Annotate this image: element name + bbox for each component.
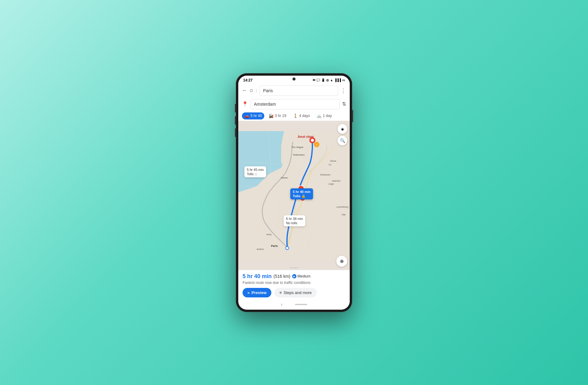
steps-and-more-button[interactable]: ≡ Steps and more	[274, 288, 316, 297]
volume-up-button	[235, 104, 236, 112]
walk-icon: 🚶	[293, 114, 298, 118]
bike-icon: 🚲	[317, 114, 322, 118]
search-button[interactable]: 🔍	[337, 136, 347, 145]
svg-point-16	[286, 247, 289, 250]
origin-dot-icon	[250, 89, 253, 92]
nav-to-row: 📍 ⇅	[238, 98, 350, 111]
svg-text:Amst rdam: Amst rdam	[298, 135, 314, 138]
svg-text:Saa: Saa	[342, 213, 346, 216]
bottom-nav: ‹	[238, 300, 350, 310]
traffic-indicator: ▶	[292, 274, 296, 278]
svg-text:Luxembourg: Luxembourg	[336, 206, 348, 208]
message-icon: ✉	[313, 78, 315, 82]
location-icon: ◎	[326, 78, 329, 82]
volume-down-button	[235, 116, 236, 125]
action-buttons: » Preview ≡ Steps and more	[243, 288, 345, 297]
train-icon: 🚂	[269, 114, 273, 118]
map-handle	[289, 267, 299, 268]
svg-text:Düsse: Düsse	[330, 160, 336, 162]
location-crosshair-icon: ⊕	[340, 259, 344, 264]
signal-icon: ▐▐▐	[334, 78, 341, 82]
route-total-time: 5 hr 40 min	[243, 273, 272, 280]
destination-pin-icon: 📍	[242, 101, 248, 107]
to-input[interactable]	[251, 99, 340, 109]
steps-icon: ≡	[279, 290, 282, 295]
walk-time: 4 days	[299, 114, 310, 118]
route-summary: 5 hr 40 min (516 km) ▶ Medium	[243, 273, 345, 280]
svg-text:!: !	[316, 143, 317, 146]
svg-text:Arras: Arras	[266, 233, 272, 236]
silent-button	[235, 128, 236, 137]
map-controls: ◈ 🔍	[337, 124, 347, 145]
svg-text:●Aachen: ●Aachen	[332, 180, 341, 182]
car-icon: 🚗	[244, 114, 249, 118]
alt-route-bubble-2[interactable]: 6 hr 38 min No tolls	[284, 215, 305, 227]
phone-frame: 14:27 ✉ 💬 📱 ◎ ▲ ▐▐▐ ▭ ← ⋮ 📍	[236, 73, 352, 312]
tab-bike[interactable]: 🚲 1 day	[314, 112, 334, 119]
phone-screen: 14:27 ✉ 💬 📱 ◎ ▲ ▐▐▐ ▭ ← ⋮ 📍	[238, 76, 350, 310]
preview-label: Preview	[251, 290, 266, 295]
route-note: Fastest route now due to traffic conditi…	[243, 281, 345, 285]
bike-time: 1 day	[323, 114, 332, 118]
svg-text:Ghent: Ghent	[281, 176, 288, 179]
battery-icon: ▭	[342, 78, 345, 82]
svg-text:The Hague: The Hague	[291, 146, 303, 149]
active-route-tolls: Tolls 🔒	[293, 194, 311, 198]
tab-transit[interactable]: 🚂 3 hr 19	[266, 112, 288, 119]
chat-icon: 💬	[316, 78, 320, 82]
svg-text:Amiens: Amiens	[257, 248, 264, 250]
back-button[interactable]: ←	[242, 87, 247, 94]
route-dots	[255, 89, 257, 92]
svg-point-9	[311, 139, 314, 142]
whatsapp-icon: 📱	[321, 78, 325, 82]
alt-route-1-tolls: Tolls ⓘ	[247, 172, 264, 176]
alt-route-2-time: 6 hr 38 min	[286, 217, 303, 221]
steps-label: Steps and more	[284, 290, 312, 295]
svg-text:Co: Co	[329, 164, 331, 166]
from-input[interactable]	[260, 85, 338, 96]
camera	[292, 77, 296, 81]
svg-text:Paris: Paris	[271, 244, 278, 247]
traffic-badge: ▶ Medium	[292, 274, 311, 278]
active-route-bubble[interactable]: 5 hr 40 min Tolls 🔒	[290, 188, 313, 200]
info-panel: 5 hr 40 min (516 km) ▶ Medium Fastest ro…	[238, 270, 350, 300]
traffic-dot-icon: ▶	[293, 275, 295, 278]
my-location-button[interactable]: ⊕	[336, 256, 347, 267]
alt-route-2-tolls: No tolls	[286, 221, 303, 225]
home-indicator[interactable]	[295, 304, 307, 305]
tab-walk[interactable]: 🚶 4 days	[291, 112, 312, 119]
svg-text:Eindhoven: Eindhoven	[320, 174, 330, 176]
svg-text:Liege: Liege	[329, 183, 334, 185]
tab-car[interactable]: 🚗 5 hr 40	[242, 112, 264, 119]
more-options-button[interactable]: ⋮	[341, 87, 346, 94]
transit-time: 3 hr 19	[275, 114, 286, 118]
alt-route-1-time: 5 hr 45 min	[247, 168, 264, 172]
active-route-time: 5 hr 40 min	[293, 190, 311, 194]
android-back-button[interactable]: ‹	[281, 302, 282, 307]
nav-from-row: ← ⋮	[238, 84, 350, 98]
car-time: 5 hr 40	[251, 114, 262, 118]
status-icons: ✉ 💬 📱 ◎ ▲ ▐▐▐ ▭	[313, 78, 345, 82]
traffic-level: Medium	[297, 274, 311, 278]
layers-button[interactable]: ◈	[337, 124, 347, 134]
map-area[interactable]: ! ! ! Amst rdam The Hague Rotterdam Ghen…	[238, 121, 350, 270]
route-distance: (516 km)	[273, 274, 290, 279]
preview-icon: »	[247, 290, 250, 295]
alt-route-bubble-1[interactable]: 5 hr 45 min Tolls ⓘ	[244, 166, 266, 178]
power-button	[352, 110, 353, 122]
preview-button[interactable]: » Preview	[243, 288, 271, 297]
wifi-icon: ▲	[330, 78, 333, 82]
swap-button[interactable]: ⇅	[342, 101, 346, 107]
status-time: 14:27	[243, 78, 253, 82]
svg-text:Rotterdam: Rotterdam	[293, 153, 305, 156]
transport-tabs: 🚗 5 hr 40 🚂 3 hr 19 🚶 4 days 🚲 1 day	[238, 111, 350, 121]
